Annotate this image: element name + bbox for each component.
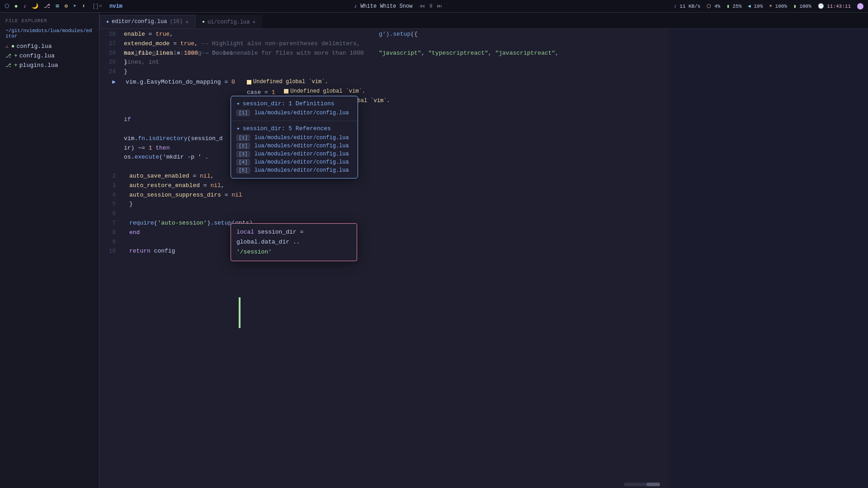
warning-icon: ⚠ — [5, 43, 9, 49]
hover-popup-ref-item-4[interactable]: [4] lua/modules/editor/config.lua — [236, 158, 352, 166]
top-bar-left: ⬡ ◆ ♪ 🌙 ⎇ ⊞ ⚙ ➤ ⬇ []= nvim — [5, 3, 123, 9]
sidebar-item-config[interactable]: ⎇ + config.lua — [0, 51, 99, 61]
def-idx-1: [1] — [236, 110, 250, 116]
fold-gutter — [120, 78, 124, 106]
ref-idx-4: [4] — [236, 159, 250, 165]
line-numbers-bottom: 2345678910 — [99, 172, 120, 256]
sidebar-path: ~/git/nvimdots/lua/modules/editor — [0, 27, 99, 42]
star-icon: ✦ — [236, 100, 240, 107]
hover-popup-ref-item-1[interactable]: [1] lua/modules/editor/config.lua — [236, 134, 352, 142]
sidebar: File Explorer ~/git/nvimdots/lua/modules… — [0, 13, 99, 488]
mem-usage: ▮ 25% — [726, 3, 741, 9]
diag-vim-2: Undefined global `vim`. — [284, 87, 365, 96]
hover-popup-def-item-1[interactable]: [1] lua/modules/editor/config.lua — [236, 109, 352, 117]
git-icon: ⎇ — [44, 3, 50, 9]
neovim-icon: ◆ — [14, 3, 18, 9]
bottom-code: auto_save_enabled = nil, auto_restore_en… — [124, 172, 669, 256]
tab-label-2: ui/config.lua — [208, 19, 250, 25]
line-numbers-if — [99, 106, 120, 172]
clock: 🕐 11:43:11 — [818, 3, 851, 9]
net-speed: ↕ 11 KB/s — [674, 4, 700, 9]
code-editor[interactable]: 28 27 26 25 24 enable = true, extended_m… — [99, 29, 669, 488]
hover-popup-def-header: ✦ session_dir: 1 Definitions — [236, 100, 352, 107]
git-branch-icon: ⎇ — [5, 53, 11, 59]
def-header-text: session_dir: 1 Definitions — [243, 100, 335, 107]
music-icon: ♪ — [23, 3, 26, 9]
line-numbers-top: 28 27 26 25 24 — [99, 30, 120, 77]
send-icon: ➤ — [73, 3, 76, 9]
local-line-1: local session_dir = — [236, 227, 351, 237]
music-title: ♪ White White Snow ⏮ ⏸ ⏭ — [354, 3, 442, 9]
def-path-1: lua/modules/editor/config.lua — [255, 110, 349, 116]
windows-icon: ⊞ — [56, 3, 59, 9]
top-code-section: 28 27 26 25 24 enable = true, extended_m… — [99, 29, 669, 77]
hover-popup-ref-item-5[interactable]: [5] lua/modules/editor/config.lua — [236, 166, 352, 174]
if-code: if vim.fn.isdirectory(session_d ir) ~= 1… — [120, 106, 242, 172]
ref-idx-1: [1] — [236, 135, 250, 141]
code-right-top: g').setup({ "javascript", "typescriptrea… — [375, 30, 669, 77]
editor-container: ● editor/config.lua (16) ✕ ● ui/config.l… — [99, 13, 868, 488]
green-change-bar — [239, 297, 241, 328]
tab-dot-green: ● — [202, 19, 205, 24]
code-line-24: } — [122, 67, 375, 77]
line9-section: ▶ vim.g.EasyMotion_do_mapping = 0 Undefi… — [99, 78, 669, 106]
ref-path-2: lua/modules/editor/config.lua — [255, 143, 349, 149]
ref-path-5: lua/modules/editor/config.lua — [255, 167, 349, 174]
line-numbers-mid: ▶ — [99, 78, 120, 106]
ref-idx-3: [3] — [236, 151, 250, 157]
ref-idx-5: [5] — [236, 167, 250, 174]
settings-icon: ⚙ — [65, 3, 68, 9]
hover-popup-references: ✦ session_dir: 5 References [1] lua/modu… — [231, 121, 358, 178]
sidebar-item-label: config.lua — [16, 43, 52, 50]
top-bar-right: ↕ 11 KB/s ⬡ 4% ▮ 25% ◄ 19% ☀ 100% ▮ 100%… — [674, 3, 863, 9]
sidebar-title: File Explorer — [0, 16, 99, 27]
tray-icon — [857, 3, 863, 9]
ref-path-3: lua/modules/editor/config.lua — [255, 151, 349, 157]
top-bar: ⬡ ◆ ♪ 🌙 ⎇ ⊞ ⚙ ➤ ⬇ []= nvim ♪ White White… — [0, 0, 868, 13]
editor-content: 28 27 26 25 24 enable = true, extended_m… — [99, 29, 868, 488]
hover-popup-definitions: ✦ session_dir: 1 Definitions [1] lua/mod… — [231, 96, 358, 121]
tab-close-2[interactable]: ✕ — [253, 19, 256, 25]
sidebar-item-label: plugins.lua — [19, 62, 58, 69]
scrollbar-thumb[interactable] — [646, 483, 660, 486]
tab-editor-config[interactable]: ● editor/config.lua (16) ✕ — [99, 15, 195, 28]
sidebar-item-label: config.lua — [19, 52, 55, 59]
if-block-section: if vim.fn.isdirectory(session_d ir) ~= 1… — [99, 106, 669, 172]
vol-level: ◄ 19% — [748, 4, 763, 9]
star2-icon: ✦ — [236, 125, 240, 132]
sidebar-item-plugins[interactable]: ⎇ + plugins.lua — [0, 61, 99, 70]
git-plus-icon: + — [14, 52, 18, 59]
hover-popup: ✦ session_dir: 1 Definitions [1] lua/mod… — [231, 96, 358, 178]
tab-close-1[interactable]: ✕ — [185, 19, 189, 25]
main-layout: File Explorer ~/git/nvimdots/lua/modules… — [0, 13, 868, 488]
scrollbar-horizontal[interactable] — [624, 483, 660, 486]
hover-popup-ref-item-3[interactable]: [3] lua/modules/editor/config.lua — [236, 150, 352, 158]
hover-popup-ref-header: ✦ session_dir: 5 References — [236, 125, 352, 132]
arch-icon: ⬡ — [5, 3, 9, 9]
app-label: nvim — [109, 3, 123, 9]
ref-header-text: session_dir: 5 References — [243, 125, 331, 132]
git-plus2-icon: + — [14, 62, 18, 69]
sidebar-item-warning-config[interactable]: ⚠ ● config.lua — [0, 42, 99, 51]
code-line-27: extended_mode = true, -- Highlight also … — [122, 39, 375, 49]
battery-level: ▮ 100% — [793, 3, 811, 9]
local-line-2: global.data_dir .. — [236, 237, 351, 247]
lua-icon: 🌙 — [32, 3, 38, 9]
wm-label: []= — [92, 3, 102, 9]
brightness-level: ☀ 100% — [769, 3, 787, 9]
tab-ui-config[interactable]: ● ui/config.lua ✕ — [195, 15, 262, 28]
cpu-usage: ⬡ 4% — [707, 3, 720, 9]
local-line-3: '/session' — [236, 247, 351, 257]
code-line-25: } — [122, 58, 375, 67]
hover-popup-ref-item-2[interactable]: [2] lua/modules/editor/config.lua — [236, 142, 352, 150]
tabs-bar: ● editor/config.lua (16) ✕ ● ui/config.l… — [99, 13, 868, 29]
ref-idx-2: [2] — [236, 143, 250, 149]
fold-gutter-bottom — [120, 172, 124, 256]
code-top: enable = true, extended_mode = true, -- … — [120, 30, 375, 77]
bottom-code-section: 2345678910 auto_save_enabled = nil, auto… — [99, 172, 669, 256]
git-add-icon: ● — [11, 43, 15, 50]
ref-path-4: lua/modules/editor/config.lua — [255, 159, 349, 165]
diag-vim-1: Undefined global `vim`. — [247, 78, 328, 86]
code-line-26: max_file_lines = 1000 -- Do not enable f… — [122, 49, 375, 58]
code-line-28: enable = true, — [122, 30, 375, 39]
